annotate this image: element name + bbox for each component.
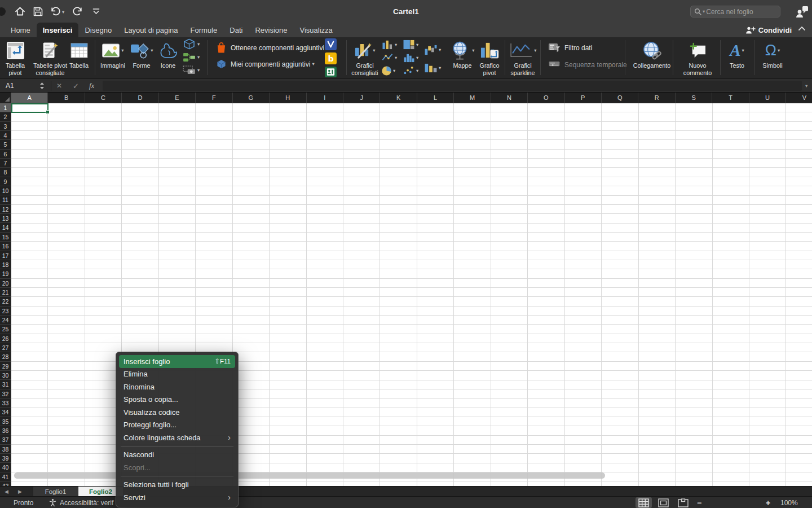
row-header-13[interactable]: 13 — [0, 214, 11, 223]
row-header-3[interactable]: 3 — [0, 122, 11, 131]
tab-visualizza[interactable]: Visualizza — [293, 23, 338, 37]
recommended-charts-button[interactable]: ▾ Grafici consigliati — [348, 38, 381, 76]
search-input[interactable] — [706, 8, 776, 16]
sheet-tab-foglio1[interactable]: Foglio1 — [33, 487, 78, 497]
column-header-s[interactable]: S — [676, 93, 712, 103]
page-break-view-button[interactable] — [675, 497, 691, 508]
slicer-button[interactable]: Filtro dati — [548, 43, 592, 52]
column-header-r[interactable]: R — [638, 93, 675, 103]
table-button[interactable]: Tabella — [65, 38, 92, 69]
menu-item-sposta-o-copia[interactable]: Sposta o copia... — [119, 393, 235, 406]
menu-item-seleziona-tutti-i-fogli[interactable]: Seleziona tutti i fogli — [119, 479, 235, 492]
scatter-button[interactable]: ▾ — [403, 65, 418, 76]
fill-handle[interactable] — [46, 110, 50, 114]
histogram-button[interactable]: ▾ — [403, 52, 418, 63]
tab-dati[interactable]: Dati — [223, 23, 249, 37]
normal-view-button[interactable] — [636, 497, 652, 508]
row-header-37[interactable]: 37 — [0, 435, 11, 444]
row-header-1[interactable]: 1 — [0, 103, 11, 112]
visio-addin-button[interactable] — [325, 38, 337, 50]
column-header-q[interactable]: Q — [602, 93, 638, 103]
row-header-2[interactable]: 2 — [0, 112, 11, 121]
confirm-entry-button[interactable]: ✓ — [73, 79, 79, 93]
row-header-27[interactable]: 27 — [0, 343, 11, 352]
row-header-23[interactable]: 23 — [0, 306, 11, 316]
name-box[interactable]: A1 — [6, 79, 14, 93]
column-header-d[interactable]: D — [122, 93, 158, 103]
row-header-8[interactable]: 8 — [0, 168, 11, 177]
row-header-24[interactable]: 24 — [0, 316, 11, 325]
tab-inserisci[interactable]: Inserisci — [37, 23, 79, 37]
sparklines-button[interactable]: ▾ Grafici sparkline — [506, 38, 539, 76]
row-header-32[interactable]: 32 — [0, 389, 11, 398]
tab-formule[interactable]: Formule — [184, 23, 224, 37]
row-header-42[interactable]: 42 — [0, 481, 11, 486]
funnel-button[interactable]: ▾ — [424, 63, 441, 73]
column-header-u[interactable]: U — [749, 93, 786, 103]
horizontal-scrollbar[interactable] — [14, 472, 605, 479]
row-header-36[interactable]: 36 — [0, 426, 11, 435]
page-layout-view-button[interactable] — [655, 497, 672, 508]
row-header-6[interactable]: 6 — [0, 150, 11, 159]
share-button[interactable]: Condividi — [745, 23, 792, 37]
zoom-level[interactable]: 100% — [780, 497, 798, 508]
zoom-out-button[interactable]: − — [697, 497, 701, 508]
row-header-16[interactable]: 16 — [0, 242, 11, 251]
get-addins-button[interactable]: Ottenere componenti aggiuntivi — [217, 42, 324, 54]
column-header-i[interactable]: I — [307, 93, 343, 103]
window-control-button[interactable] — [0, 7, 6, 16]
column-chart-button[interactable]: ▾ — [381, 40, 397, 50]
tab-disegno[interactable]: Disegno — [78, 23, 118, 37]
row-header-15[interactable]: 15 — [0, 233, 11, 242]
undo-button[interactable] — [50, 6, 61, 16]
pivot-chart-button[interactable]: Grafico pivot — [476, 38, 503, 76]
row-header-40[interactable]: 40 — [0, 463, 11, 472]
column-header-e[interactable]: E — [159, 93, 196, 103]
row-header-30[interactable]: 30 — [0, 371, 11, 380]
new-comment-button[interactable]: Nuovo commento — [679, 38, 716, 76]
screenshot-button[interactable]: ▾ — [183, 65, 200, 75]
row-header-21[interactable]: 21 — [0, 288, 11, 297]
row-header-12[interactable]: 12 — [0, 205, 11, 214]
prev-sheet-button[interactable]: ◀ — [5, 487, 8, 497]
column-header-v[interactable]: V — [786, 93, 812, 103]
tab-revisione[interactable]: Revisione — [249, 23, 293, 37]
account-button[interactable] — [795, 5, 809, 17]
undo-dropdown[interactable]: ▾ — [62, 10, 64, 15]
column-header-l[interactable]: L — [417, 93, 454, 103]
menu-item-colore-linguetta-scheda[interactable]: Colore linguetta scheda› — [119, 431, 235, 444]
expand-formula-bar-button[interactable]: ▾ — [805, 79, 807, 93]
row-header-41[interactable]: 41 — [0, 472, 11, 481]
column-header-n[interactable]: N — [491, 93, 528, 103]
row-header-4[interactable]: 4 — [0, 131, 11, 140]
redo-button[interactable] — [73, 6, 83, 16]
row-header-9[interactable]: 9 — [0, 177, 11, 186]
column-header-j[interactable]: J — [343, 93, 380, 103]
row-header-34[interactable]: 34 — [0, 408, 11, 417]
bing-addin-button[interactable]: b — [325, 52, 337, 64]
select-all-button[interactable] — [0, 93, 11, 103]
row-header-25[interactable]: 25 — [0, 325, 11, 334]
menu-item-rinomina[interactable]: Rinomina — [119, 380, 235, 393]
accessibility-status[interactable]: Accessibilità: verif — [48, 497, 113, 508]
icons-button[interactable]: Icone — [156, 38, 180, 69]
next-sheet-button[interactable]: ▶ — [18, 487, 22, 497]
my-addins-button[interactable]: Miei componenti aggiuntivi ▾ — [217, 59, 315, 69]
row-header-35[interactable]: 35 — [0, 417, 11, 426]
menu-item-elimina[interactable]: Elimina — [119, 368, 235, 381]
formula-input[interactable] — [103, 81, 802, 91]
column-header-o[interactable]: O — [528, 93, 564, 103]
people-graph-addin-button[interactable] — [325, 67, 337, 77]
smartart-button[interactable]: ▾ — [183, 52, 200, 62]
row-header-22[interactable]: 22 — [0, 297, 11, 306]
column-header-b[interactable]: B — [48, 93, 85, 103]
pie-chart-button[interactable]: ▾ — [381, 65, 395, 76]
column-header-f[interactable]: F — [196, 93, 232, 103]
tab-home[interactable]: Home — [5, 23, 37, 37]
row-header-26[interactable]: 26 — [0, 334, 11, 343]
treemap-button[interactable]: ▾ — [403, 40, 418, 50]
row-header-5[interactable]: 5 — [0, 140, 11, 149]
search-box[interactable]: ▾ — [690, 6, 780, 17]
maps-button[interactable]: ▾ Mappe — [448, 38, 477, 69]
column-header-c[interactable]: C — [85, 93, 122, 103]
